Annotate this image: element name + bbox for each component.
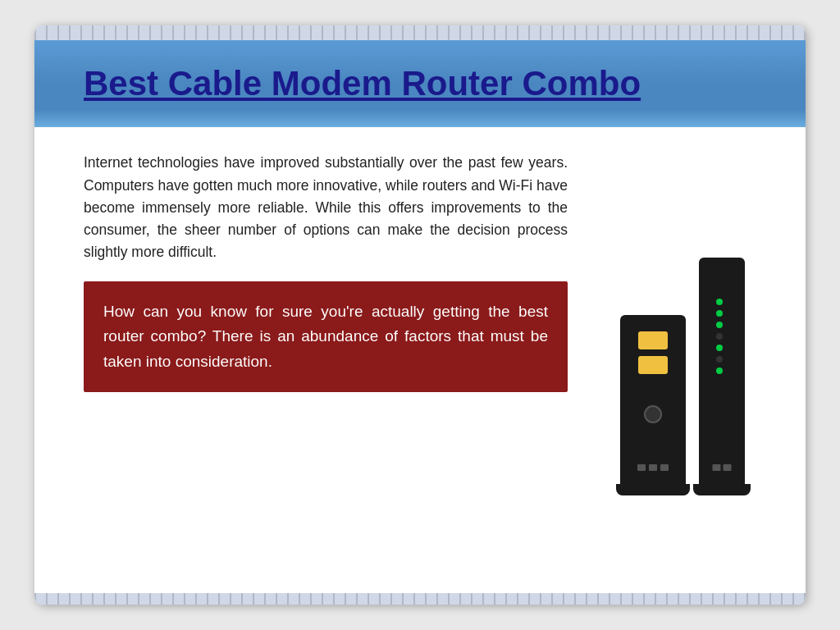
led-4 xyxy=(716,333,723,340)
led-3 xyxy=(716,322,723,328)
modem-bottom-ports xyxy=(637,464,669,471)
port-1 xyxy=(637,464,646,471)
header-band: Best Cable Modem Router Combo xyxy=(34,40,806,127)
content-area: Internet technologies have improved subs… xyxy=(34,127,806,593)
led-7 xyxy=(716,368,723,374)
rport-1 xyxy=(713,464,721,471)
slide-container: Best Cable Modem Router Combo Internet t… xyxy=(34,25,806,605)
router-image-area xyxy=(584,152,781,568)
router-device xyxy=(699,258,745,495)
modem-port-2 xyxy=(638,356,668,374)
modem-button xyxy=(644,405,662,423)
port-3 xyxy=(660,464,669,471)
left-content: Internet technologies have improved subs… xyxy=(84,152,568,568)
led-5 xyxy=(716,345,723,351)
port-2 xyxy=(649,464,657,471)
modem-device xyxy=(620,315,686,495)
led-2 xyxy=(716,310,723,317)
led-6 xyxy=(716,356,723,363)
top-stripe xyxy=(34,25,806,40)
body-paragraph: Internet technologies have improved subs… xyxy=(84,152,568,263)
router-bottom-ports xyxy=(713,464,732,471)
slide-title: Best Cable Modem Router Combo xyxy=(84,63,641,104)
bottom-stripe xyxy=(34,593,806,605)
highlight-box: How can you know for sure you're actuall… xyxy=(84,281,568,392)
routers-illustration xyxy=(620,233,745,495)
highlight-paragraph: How can you know for sure you're actuall… xyxy=(103,299,548,374)
rport-2 xyxy=(724,464,732,471)
led-1 xyxy=(716,299,723,305)
modem-port-1 xyxy=(638,331,668,349)
router-leds xyxy=(716,299,728,374)
